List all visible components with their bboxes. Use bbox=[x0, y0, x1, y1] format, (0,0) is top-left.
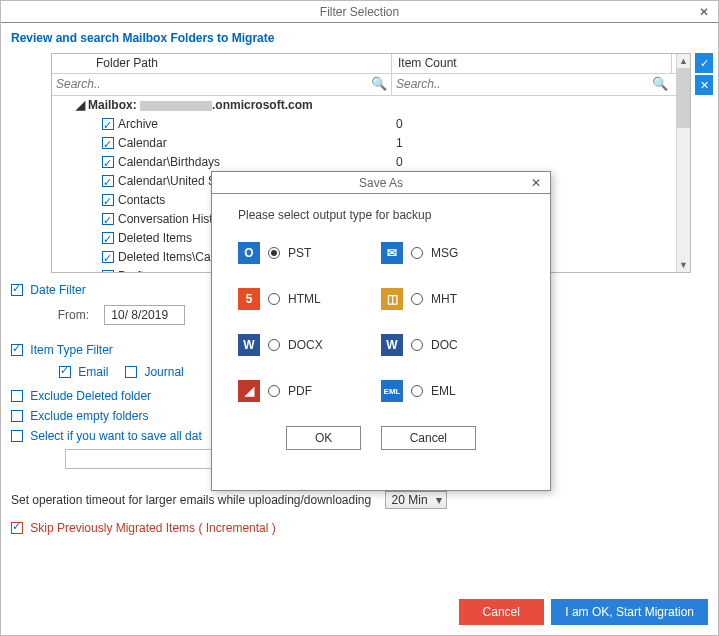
dialog-prompt: Please select output type for backup bbox=[238, 208, 524, 222]
journal-checkbox[interactable] bbox=[125, 366, 137, 378]
column-header-count[interactable]: Item Count bbox=[392, 54, 672, 73]
folder-count: 0 bbox=[392, 153, 672, 172]
table-row[interactable]: Calendar\Birthdays0 bbox=[52, 153, 690, 172]
exclude-empty-checkbox[interactable] bbox=[11, 410, 23, 422]
titlebar: Filter Selection ✕ bbox=[1, 1, 718, 23]
format-label: EML bbox=[431, 384, 456, 398]
pst-icon: O bbox=[238, 242, 260, 264]
format-label: PST bbox=[288, 246, 311, 260]
folder-count: 1 bbox=[392, 134, 672, 153]
format-option-doc[interactable]: WDOC bbox=[381, 334, 524, 356]
table-row[interactable]: Calendar1 bbox=[52, 134, 690, 153]
item-type-filter-checkbox[interactable] bbox=[11, 344, 23, 356]
folder-checkbox[interactable] bbox=[102, 175, 114, 187]
journal-label: Journal bbox=[144, 365, 183, 379]
email-label: Email bbox=[78, 365, 108, 379]
folder-name: Drafts bbox=[118, 269, 150, 272]
exclude-deleted-checkbox[interactable] bbox=[11, 390, 23, 402]
msg-icon: ✉ bbox=[381, 242, 403, 264]
folder-checkbox[interactable] bbox=[102, 137, 114, 149]
collapse-icon[interactable]: ◢ bbox=[76, 96, 88, 115]
radio-mht[interactable] bbox=[411, 293, 423, 305]
skip-checkbox[interactable] bbox=[11, 522, 23, 534]
start-migration-button[interactable]: I am OK, Start Migration bbox=[551, 599, 708, 625]
dialog-cancel-button[interactable]: Cancel bbox=[381, 426, 476, 450]
folder-checkbox[interactable] bbox=[102, 251, 114, 263]
folder-name: Calendar bbox=[118, 136, 167, 150]
folder-checkbox[interactable] bbox=[102, 270, 114, 272]
folder-checkbox[interactable] bbox=[102, 213, 114, 225]
search-icon[interactable]: 🔍 bbox=[371, 76, 387, 91]
radio-msg[interactable] bbox=[411, 247, 423, 259]
mht-icon: ◫ bbox=[381, 288, 403, 310]
format-label: PDF bbox=[288, 384, 312, 398]
eml-icon: EML bbox=[381, 380, 403, 402]
folder-checkbox[interactable] bbox=[102, 118, 114, 130]
redacted-text bbox=[140, 101, 212, 111]
scrollbar[interactable]: ▲ ▼ bbox=[676, 54, 690, 272]
section-header: Review and search Mailbox Folders to Mig… bbox=[11, 31, 708, 45]
cancel-button[interactable]: Cancel bbox=[459, 599, 544, 625]
format-option-msg[interactable]: ✉MSG bbox=[381, 242, 524, 264]
ok-button[interactable]: OK bbox=[286, 426, 361, 450]
email-checkbox[interactable] bbox=[59, 366, 71, 378]
window-title: Filter Selection bbox=[320, 5, 399, 19]
dialog-close-icon[interactable]: ✕ bbox=[528, 172, 544, 194]
radio-pst[interactable] bbox=[268, 247, 280, 259]
table-row[interactable]: Archive0 bbox=[52, 115, 690, 134]
folder-name: Deleted Items bbox=[118, 231, 192, 245]
save-all-label: Select if you want to save all dat bbox=[30, 429, 201, 443]
scroll-up-icon[interactable]: ▲ bbox=[677, 54, 690, 68]
radio-pdf[interactable] bbox=[268, 385, 280, 397]
format-label: HTML bbox=[288, 292, 321, 306]
folder-checkbox[interactable] bbox=[102, 232, 114, 244]
radio-eml[interactable] bbox=[411, 385, 423, 397]
format-label: DOC bbox=[431, 338, 458, 352]
pdf-icon: ◢ bbox=[238, 380, 260, 402]
scroll-down-icon[interactable]: ▼ bbox=[677, 258, 690, 272]
folder-name: Conversation Hist bbox=[118, 212, 213, 226]
item-type-filter-label: Item Type Filter bbox=[30, 343, 112, 357]
search-path-input[interactable] bbox=[52, 74, 362, 94]
docx-icon: W bbox=[238, 334, 260, 356]
skip-label: Skip Previously Migrated Items ( Increme… bbox=[30, 521, 275, 535]
format-option-pdf[interactable]: ◢PDF bbox=[238, 380, 381, 402]
search-icon[interactable]: 🔍 bbox=[652, 76, 668, 91]
uncheck-all-button[interactable]: ✕ bbox=[695, 75, 713, 95]
folder-checkbox[interactable] bbox=[102, 156, 114, 168]
format-option-eml[interactable]: EMLEML bbox=[381, 380, 524, 402]
timeout-select[interactable]: 20 Min bbox=[385, 491, 447, 509]
radio-docx[interactable] bbox=[268, 339, 280, 351]
folder-checkbox[interactable] bbox=[102, 194, 114, 206]
folder-count: 0 bbox=[392, 115, 672, 134]
save-as-dialog: Save As ✕ Please select output type for … bbox=[211, 171, 551, 491]
exclude-deleted-label: Exclude Deleted folder bbox=[30, 389, 151, 403]
radio-html[interactable] bbox=[268, 293, 280, 305]
from-datepicker[interactable]: 10/ 8/2019 bbox=[104, 305, 185, 325]
format-option-html[interactable]: 5HTML bbox=[238, 288, 381, 310]
folder-name: Calendar\United S bbox=[118, 174, 216, 188]
radio-doc[interactable] bbox=[411, 339, 423, 351]
column-header-path[interactable]: Folder Path bbox=[52, 54, 392, 73]
table-row[interactable]: ◢Mailbox: .onmicrosoft.com bbox=[52, 96, 690, 115]
timeout-label: Set operation timeout for larger emails … bbox=[11, 493, 371, 507]
format-label: DOCX bbox=[288, 338, 323, 352]
format-option-pst[interactable]: OPST bbox=[238, 242, 381, 264]
save-all-checkbox[interactable] bbox=[11, 430, 23, 442]
date-filter-checkbox[interactable] bbox=[11, 284, 23, 296]
check-all-button[interactable]: ✓ bbox=[695, 53, 713, 73]
search-count-input[interactable] bbox=[392, 74, 642, 94]
folder-name: Calendar\Birthdays bbox=[118, 155, 220, 169]
folder-name: Contacts bbox=[118, 193, 165, 207]
format-label: MSG bbox=[431, 246, 458, 260]
html-icon: 5 bbox=[238, 288, 260, 310]
doc-icon: W bbox=[381, 334, 403, 356]
format-option-docx[interactable]: WDOCX bbox=[238, 334, 381, 356]
close-icon[interactable]: ✕ bbox=[696, 1, 712, 23]
mailbox-label: Mailbox: bbox=[88, 98, 137, 112]
scroll-thumb[interactable] bbox=[677, 68, 690, 128]
format-option-mht[interactable]: ◫MHT bbox=[381, 288, 524, 310]
format-label: MHT bbox=[431, 292, 457, 306]
exclude-empty-label: Exclude empty folders bbox=[30, 409, 148, 423]
mailbox-domain: .onmicrosoft.com bbox=[212, 98, 313, 112]
